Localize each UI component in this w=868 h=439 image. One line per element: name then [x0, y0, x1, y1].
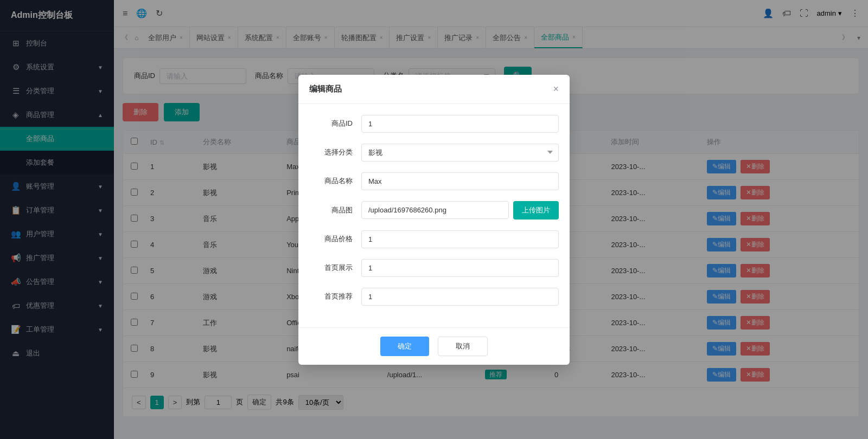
modal-confirm-button[interactable]: 确定: [380, 337, 429, 356]
field-home-show-input[interactable]: [361, 259, 559, 277]
field-home-recommend-input[interactable]: [361, 288, 559, 306]
field-price-label: 商品价格: [309, 234, 353, 244]
form-row-id: 商品ID: [309, 115, 559, 133]
modal-title: 编辑商品: [309, 84, 342, 94]
field-price-input[interactable]: [361, 230, 559, 248]
modal-body: 商品ID 选择分类 影视 音乐 游戏 工作 商品名称 商品图: [298, 104, 570, 327]
field-image-label: 商品图: [309, 205, 353, 215]
form-row-name: 商品名称: [309, 172, 559, 190]
modal-overlay[interactable]: 编辑商品 × 商品ID 选择分类 影视 音乐 游戏 工作 商品名称: [0, 0, 868, 439]
modal-footer: 确定 取消: [298, 327, 570, 365]
field-id-input[interactable]: [361, 115, 559, 133]
form-row-price: 商品价格: [309, 230, 559, 248]
modal-close-button[interactable]: ×: [553, 83, 559, 95]
modal-header: 编辑商品 ×: [298, 75, 570, 104]
field-category-label: 选择分类: [309, 147, 353, 157]
field-id-label: 商品ID: [309, 119, 353, 128]
form-row-home-show: 首页展示: [309, 259, 559, 277]
upload-row: 上传图片: [361, 201, 559, 220]
field-image-input[interactable]: [361, 201, 509, 219]
modal-cancel-button[interactable]: 取消: [438, 337, 488, 356]
field-category-select[interactable]: 影视 音乐 游戏 工作: [361, 144, 559, 162]
form-row-category: 选择分类 影视 音乐 游戏 工作: [309, 144, 559, 162]
field-name-label: 商品名称: [309, 176, 353, 186]
form-row-home-recommend: 首页推荐: [309, 288, 559, 306]
upload-image-button[interactable]: 上传图片: [513, 201, 559, 220]
field-name-input[interactable]: [361, 172, 559, 190]
field-home-show-label: 首页展示: [309, 263, 353, 273]
edit-goods-modal: 编辑商品 × 商品ID 选择分类 影视 音乐 游戏 工作 商品名称: [298, 75, 570, 365]
field-home-recommend-label: 首页推荐: [309, 292, 353, 301]
form-row-image: 商品图 上传图片: [309, 201, 559, 220]
